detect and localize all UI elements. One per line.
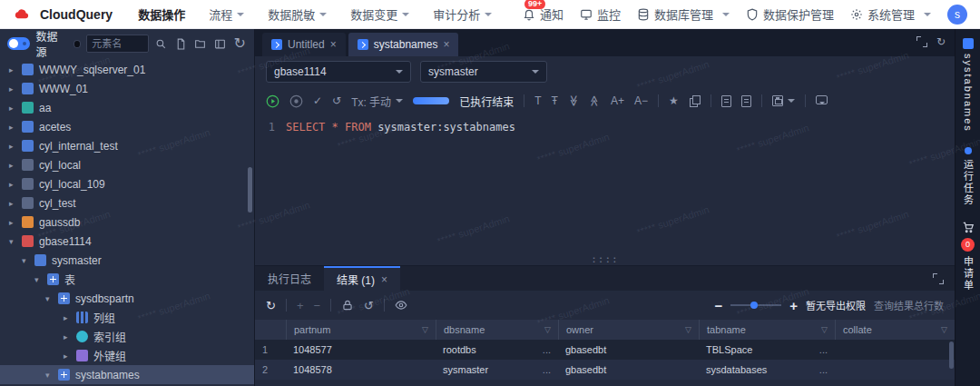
system-management-menu[interactable]: 系统管理 [850,5,931,23]
chevron-down-icon[interactable]: ▾ [45,371,56,380]
database-management-menu[interactable]: 数据库管理 [637,5,730,23]
dock-item-current-tab[interactable]: systabnames [963,38,974,133]
notifications-button[interactable]: 99+ 通知 [523,5,564,23]
grid-scrollbar[interactable] [949,341,954,369]
dock-item-running-tasks[interactable]: 运行任务 [961,147,975,206]
nav-data-operations[interactable]: 数据操作 [138,5,185,23]
tree-item-database[interactable]: ▸aa [0,98,254,117]
tree-item-indexes-group[interactable]: ▸索引组 [0,327,254,346]
cell-expand-button[interactable]: ... [543,364,551,375]
chevron-right-icon[interactable]: ▸ [9,65,20,74]
zoom-slider[interactable] [730,304,781,306]
format-sql-button[interactable] [534,95,541,106]
column-header-collate[interactable]: collate [835,320,955,340]
tab-result-set[interactable]: 结果 (1) × [324,266,400,291]
tree-item-database[interactable]: ▸gaussdb [0,213,254,232]
zoom-in-button[interactable]: + [789,298,798,313]
layout-panel-icon[interactable] [213,36,228,51]
tab-untitled[interactable]: Untitled × [262,33,346,56]
filter-icon[interactable] [941,326,947,334]
row-count-link[interactable]: 查询结果总行数 [874,298,944,312]
search-input[interactable] [92,38,143,49]
tree-item-foreignkeys-group[interactable]: ▸外键组 [0,346,254,365]
cell-dbsname[interactable]: rootdbs... [436,344,558,355]
rollback-button[interactable] [332,95,341,106]
refresh-icon[interactable] [936,36,946,47]
favorite-button[interactable] [669,95,679,106]
close-icon[interactable]: × [443,38,449,51]
chevron-down-icon[interactable]: ▾ [34,275,45,284]
chevron-right-icon[interactable]: ▸ [64,332,74,341]
close-icon[interactable]: × [381,273,387,286]
nav-process[interactable]: 流程 [209,5,244,23]
table-row[interactable]: 2 1048578 sysmaster... gbasedbt sysdatab… [255,360,955,380]
cell-partnum[interactable]: 1048577 [286,344,436,355]
cell-tabname[interactable]: TBLSpace... [699,344,835,355]
save-button[interactable] [772,95,795,106]
lock-icon[interactable] [341,299,354,312]
panel-resize-handle[interactable] [591,254,619,264]
chevron-right-icon[interactable]: ▸ [64,351,74,361]
toggle-case-button[interactable] [551,95,557,106]
search-icon[interactable] [154,36,169,51]
cell-owner[interactable]: gbasedbt [558,344,699,355]
tab-systabnames[interactable]: systabnames × [348,33,459,56]
cell-expand-button[interactable]: ... [819,364,828,375]
chevron-right-icon[interactable]: ▸ [9,180,20,189]
chevron-right-icon[interactable]: ▸ [9,142,20,151]
validate-button[interactable] [313,95,322,106]
chevron-right-icon[interactable]: ▸ [9,218,20,227]
filter-icon[interactable] [422,326,428,334]
tree-item-database[interactable]: ▸cyl_local_109 [0,174,254,193]
undo-icon[interactable] [364,300,374,312]
delete-row-button[interactable] [314,300,321,312]
chevron-down-icon[interactable]: ▾ [9,237,20,246]
cell-partnum[interactable]: 1048578 [286,364,436,375]
stop-button[interactable] [289,94,303,108]
chevron-down-icon[interactable]: ▾ [22,256,33,265]
add-row-button[interactable] [297,300,304,312]
chevron-right-icon[interactable]: ▸ [9,104,20,113]
schema-select[interactable]: sysmaster [420,61,547,83]
column-header-dbsname[interactable]: dbsname [436,320,558,340]
cell-owner[interactable]: gbasedbt [558,364,699,375]
preview-eye-icon[interactable] [395,299,407,312]
dock-item-requests[interactable]: 0 申请单 [961,221,975,292]
font-increase-button[interactable] [611,95,624,106]
chevron-right-icon[interactable]: ▸ [9,161,20,170]
font-decrease-button[interactable] [634,95,648,106]
tree-item-database[interactable]: ▸acetes [0,117,254,136]
cell-expand-button[interactable]: ... [543,344,551,355]
run-button[interactable] [266,94,279,108]
tree-item-tables-group[interactable]: ▾表 [0,270,254,289]
column-header-partnum[interactable]: partnum [286,320,436,340]
tree-item-database[interactable]: ▸WWWY_sqlserver_01 [0,60,254,79]
tree-item-database[interactable]: ▸cyl_test [0,193,254,213]
filter-icon[interactable] [821,326,828,334]
folder-icon[interactable] [193,36,208,51]
column-header-owner[interactable]: owner [558,320,699,340]
collapse-all-button[interactable]: ≪ [567,95,580,107]
tab-execution-log[interactable]: 执行日志 [255,266,324,291]
close-icon[interactable]: × [330,38,337,51]
fullscreen-icon[interactable] [933,273,944,284]
copy-icon[interactable] [689,95,701,107]
sidebar-scrollbar[interactable] [248,167,252,213]
nav-data-masking[interactable]: 数据脱敏 [268,5,327,23]
filter-icon[interactable] [685,326,691,334]
tree-item-database[interactable]: ▾gbase1114 [0,232,254,251]
tree-item-table-selected[interactable]: ▾systabnames [0,365,254,384]
chevron-right-icon[interactable]: ▸ [9,84,20,94]
nav-data-change[interactable]: 数据变更 [350,5,409,23]
tree-item-columns-group[interactable]: ▸列组 [0,308,254,327]
user-avatar[interactable]: s [947,5,967,25]
tx-mode-select[interactable]: Tx: 手动 [351,94,403,109]
tree-item-database[interactable]: ▸cyl_local [0,155,254,174]
database-select[interactable]: gbase1114 [266,61,411,83]
filter-icon[interactable] [544,326,551,334]
datasource-toggle[interactable] [7,37,30,50]
expand-all-button[interactable]: ≪ [589,95,602,107]
tree-item-table[interactable]: ▾sysdbspartn [0,289,254,308]
nav-audit-analysis[interactable]: 审计分析 [433,5,492,23]
fullscreen-icon[interactable] [916,36,927,47]
